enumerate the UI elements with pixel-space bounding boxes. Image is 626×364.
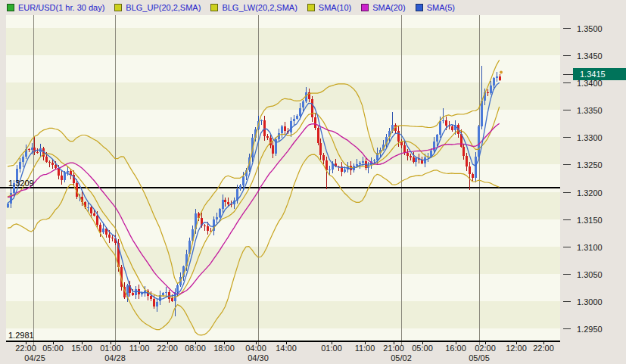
svg-text:14:00: 14:00 [276, 344, 297, 353]
legend-item-blg-lw[interactable]: BLG_LW(20,2,SMA) [210, 3, 297, 12]
svg-text:1.3450: 1.3450 [577, 51, 603, 61]
svg-text:1.3350: 1.3350 [577, 106, 603, 115]
svg-text:1.3209: 1.3209 [8, 179, 34, 188]
svg-text:1.3415: 1.3415 [580, 70, 606, 79]
svg-text:02:00: 02:00 [475, 344, 496, 353]
svg-text:15:00: 15:00 [71, 344, 92, 353]
svg-text:04/25: 04/25 [24, 353, 45, 362]
series-swatch-icon [416, 4, 423, 11]
svg-text:1.2950: 1.2950 [577, 325, 603, 334]
legend-label: EUR/USD(1 hr. 30 day) [18, 3, 104, 12]
series-swatch-icon [361, 4, 369, 11]
svg-text:04/28: 04/28 [104, 353, 126, 362]
svg-text:11:00: 11:00 [355, 344, 375, 353]
legend-item-sma20[interactable]: SMA(20) [361, 3, 405, 12]
chart-legend: EUR/USD(1 hr. 30 day) BLG_UP(20,2,SMA) B… [0, 0, 626, 15]
series-swatch-icon [307, 4, 315, 11]
svg-text:1.3000: 1.3000 [577, 297, 603, 306]
legend-label: SMA(10) [319, 3, 351, 12]
svg-text:22:00: 22:00 [15, 344, 36, 353]
svg-text:1.3100: 1.3100 [577, 243, 603, 252]
svg-text:1.3300: 1.3300 [577, 133, 603, 142]
series-swatch-icon [7, 4, 14, 11]
svg-text:12:00: 12:00 [506, 344, 527, 353]
series-swatch-icon [114, 4, 122, 11]
svg-text:1.3200: 1.3200 [577, 188, 603, 198]
svg-text:08:00: 08:00 [185, 344, 206, 353]
series-swatch-icon [210, 4, 218, 11]
svg-text:05:00: 05:00 [412, 344, 433, 353]
svg-text:11:00: 11:00 [129, 344, 150, 353]
svg-text:01:00: 01:00 [100, 344, 121, 353]
legend-label: BLG_LW(20,2,SMA) [222, 3, 297, 12]
svg-text:1.3150: 1.3150 [577, 216, 603, 225]
svg-text:05/05: 05/05 [469, 353, 490, 362]
legend-item-sma10[interactable]: SMA(10) [307, 3, 351, 12]
svg-text:1.3500: 1.3500 [577, 24, 603, 33]
svg-text:04:00: 04:00 [245, 344, 266, 353]
legend-item-sma5[interactable]: SMA(5) [416, 3, 455, 12]
svg-text:04/30: 04/30 [248, 353, 269, 362]
svg-text:05:00: 05:00 [42, 344, 64, 353]
svg-text:01:00: 01:00 [321, 344, 342, 353]
svg-text:1.2981: 1.2981 [8, 331, 34, 340]
chart-window: 1.35001.34501.34001.33501.33001.32501.32… [0, 0, 626, 364]
legend-label: BLG_UP(20,2,SMA) [126, 3, 201, 12]
svg-text:05/02: 05/02 [391, 353, 412, 362]
legend-item-blg-up[interactable]: BLG_UP(20,2,SMA) [114, 3, 201, 12]
svg-text:22:00: 22:00 [533, 344, 554, 353]
svg-text:22:00: 22:00 [157, 344, 178, 353]
svg-text:1.3050: 1.3050 [577, 270, 603, 279]
legend-label: SMA(5) [427, 3, 455, 12]
svg-text:1.3250: 1.3250 [577, 160, 603, 170]
svg-text:21:00: 21:00 [383, 344, 404, 353]
svg-text:16:00: 16:00 [445, 344, 466, 353]
legend-label: SMA(20) [372, 3, 405, 12]
legend-item-eurusd[interactable]: EUR/USD(1 hr. 30 day) [7, 3, 104, 12]
svg-text:18:00: 18:00 [213, 344, 235, 353]
